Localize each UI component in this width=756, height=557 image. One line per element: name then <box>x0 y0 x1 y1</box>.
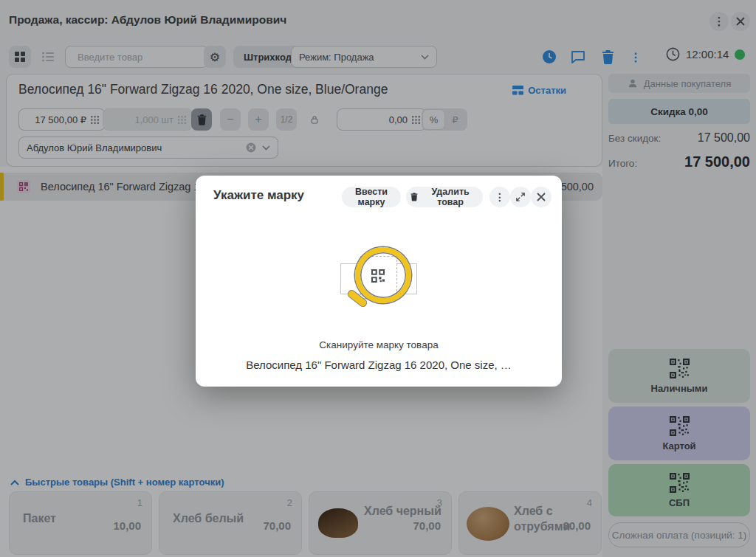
pos-window: Продажа, кассир: Абдулов Юрий Владимиров… <box>0 0 756 557</box>
dialog-title: Укажите марку <box>213 188 304 203</box>
dialog-expand-button[interactable] <box>510 187 531 207</box>
scan-hint-text: Сканируйте марку товара <box>196 339 562 350</box>
enter-mark-button[interactable]: Ввести марку <box>342 187 401 207</box>
dialog-close-button[interactable] <box>531 187 551 207</box>
expand-icon <box>516 193 525 201</box>
mark-dialog: Укажите марку Ввести марку Удалить товар… <box>196 176 562 387</box>
close-icon <box>537 193 546 201</box>
dialog-product-name: Велосипед 16" Forward Zigzag 16 2020, On… <box>196 359 562 371</box>
magnifier-icon <box>355 247 411 303</box>
trash-icon <box>410 192 418 202</box>
delete-item-button[interactable]: Удалить товар <box>406 187 483 207</box>
kebab-icon: ⋮ <box>495 191 505 203</box>
scan-illustration <box>196 246 562 334</box>
dialog-menu-button[interactable]: ⋮ <box>489 187 510 207</box>
